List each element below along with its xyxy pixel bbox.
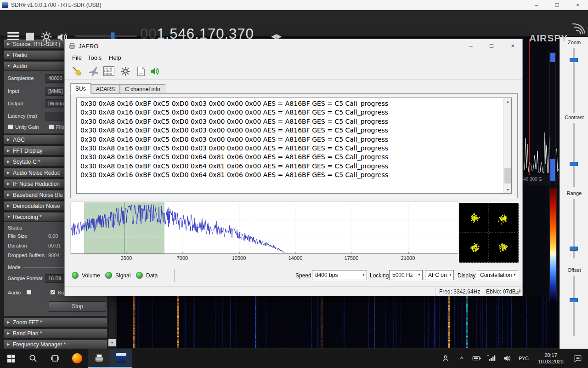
locking-select[interactable]: 5000 Hz ▾ <box>389 270 423 280</box>
data-led <box>136 272 143 279</box>
close-icon[interactable]: × <box>567 0 588 10</box>
tray-chevron-button[interactable]: ^ <box>456 349 468 368</box>
dropped-buffers-value: 9004 <box>48 253 59 258</box>
panel-band-plan[interactable]: ▶Band Plan * <box>4 328 107 338</box>
battery-tray-button[interactable] <box>470 349 483 368</box>
taskbar: ^ * РУС <box>0 349 588 368</box>
zoom-slider-thumb[interactable] <box>570 58 578 62</box>
audio-output-button[interactable] <box>148 65 161 77</box>
latency-label: Latency (ms) <box>8 113 37 119</box>
resize-grip[interactable] <box>519 293 520 294</box>
display-select[interactable]: Constellation ▾ <box>477 270 518 280</box>
jaero-spectrum[interactable] <box>70 201 458 254</box>
offset-slider[interactable] <box>573 276 575 336</box>
network-icon: * <box>486 353 497 363</box>
menu-help[interactable]: Help <box>105 53 125 63</box>
spectrum-zoom-bar[interactable] <box>549 52 556 185</box>
volume-slider[interactable] <box>75 35 137 37</box>
su-log-textarea[interactable]: 0x30 0xA8 0x16 0xBF 0xC5 0xD0 0x03 0x00 … <box>76 98 512 194</box>
document-icon <box>137 67 145 76</box>
stop-button[interactable] <box>26 33 34 40</box>
scroll-down-icon[interactable]: ▼ <box>504 186 512 193</box>
samplerate-label: Samplerate <box>8 75 34 81</box>
minimize-icon[interactable]: – <box>526 0 547 10</box>
waterfall-display[interactable] <box>117 296 559 348</box>
zoom-bar-handle[interactable] <box>550 53 555 62</box>
chevron-right-icon: ▶ <box>7 342 13 346</box>
tab-acars[interactable]: ACARS <box>91 84 120 94</box>
menu-file[interactable]: File <box>68 53 85 63</box>
network-tray-button[interactable]: * <box>485 349 498 368</box>
scroll-up-icon[interactable]: ▲ <box>504 98 512 105</box>
clear-log-button[interactable] <box>71 65 83 77</box>
start-button[interactable] <box>0 349 22 368</box>
task-view-button[interactable] <box>44 349 66 368</box>
taskbar-search-button[interactable] <box>22 349 44 368</box>
jaero-tabbar: SUsACARSC channel info <box>70 83 165 94</box>
close-icon[interactable]: × <box>506 40 519 52</box>
speed-select[interactable]: 8400 bps ▾ <box>312 270 367 280</box>
chevron-right-icon: ▶ <box>7 193 13 197</box>
tab-c-channel-info[interactable]: C channel info <box>120 84 165 94</box>
search-icon <box>28 354 38 363</box>
panel-zoom-fft[interactable]: ▶Zoom FFT * <box>4 317 107 327</box>
filter-audio-checkbox[interactable] <box>49 124 54 130</box>
jaero-taskbar-button[interactable] <box>88 349 110 368</box>
sdrsharp-titlebar[interactable]: SDR# v1.0.0.1700 - RTL-SDR (USB) – □ × <box>0 0 588 10</box>
contrast-slider-thumb[interactable] <box>570 162 578 166</box>
svg-text:*: * <box>487 354 489 358</box>
maximize-icon[interactable]: □ <box>485 40 498 52</box>
settings-button[interactable] <box>40 31 52 45</box>
planes-window-button[interactable] <box>87 65 99 77</box>
recording-stop-button[interactable]: Stop <box>49 301 106 312</box>
jaero-settings-button[interactable] <box>119 65 131 77</box>
broom-icon <box>72 66 83 77</box>
chevron-right-icon: ▶ <box>7 204 13 208</box>
clock-time: 20:17 <box>538 352 563 358</box>
maximize-icon[interactable]: □ <box>547 0 567 10</box>
audio-checkbox[interactable] <box>26 289 32 295</box>
locking-label: Locking <box>370 272 389 279</box>
people-tray-button[interactable] <box>437 349 454 368</box>
language-indicator[interactable]: РУС <box>515 349 532 368</box>
panel-label: Radio <box>13 52 27 58</box>
chevron-down-icon: ▾ <box>418 272 420 277</box>
panel-label: Baseband Noise Bla <box>13 192 63 198</box>
volume-tray-button[interactable] <box>501 349 514 368</box>
log-to-file-button[interactable] <box>135 65 147 77</box>
contrast-slider[interactable] <box>573 123 575 187</box>
offset-slider-thumb[interactable] <box>570 298 578 302</box>
scroll-down-icon[interactable]: ▼ <box>108 339 116 346</box>
binary-output-button[interactable]: 101100 010011 101001 <box>102 65 115 77</box>
axis-tick-label: 10500 <box>227 255 250 261</box>
menu-tools[interactable]: Tools <box>84 53 105 63</box>
chevron-down-icon: ▾ <box>449 272 452 277</box>
sdrsharp-taskbar-button[interactable] <box>110 349 132 368</box>
firefox-taskbar-button[interactable] <box>66 349 88 368</box>
afc-select[interactable]: AFC on ▾ <box>425 270 454 280</box>
action-center-button[interactable] <box>569 349 587 368</box>
range-slider-thumb[interactable] <box>570 247 578 251</box>
log-scrollbar[interactable]: ▲ ▼ <box>503 98 511 193</box>
tab-sus[interactable]: SUs <box>70 83 91 94</box>
audio-check-label: Audio <box>8 290 21 295</box>
log-scrollbar-thumb[interactable] <box>504 168 511 184</box>
chevron-down-icon: ▾ <box>514 272 516 277</box>
menu-icon[interactable] <box>7 30 19 42</box>
panel-label: Scytale-C * <box>13 159 40 165</box>
signal-led <box>105 272 112 279</box>
baseband-checkbox[interactable]: ✓ <box>50 289 56 295</box>
clock-tray[interactable]: 20:17 10.03.2020 <box>533 349 569 368</box>
unity-gain-checkbox[interactable] <box>8 124 13 130</box>
jaero-titlebar[interactable]: JAERO – □ × <box>65 39 522 53</box>
input-label: Input <box>8 88 19 94</box>
panel-frequency-manager[interactable]: ▶Frequency Manager * <box>4 339 107 349</box>
sdrsharp-toolbar: 001.546.170.370 ◀ ▶ AIRSPY <box>0 10 588 37</box>
panel-label: Recording * <box>13 214 42 220</box>
duration-value: 00:01 <box>48 243 61 248</box>
panel-label: Zoom FFT * <box>13 319 42 326</box>
data-led-label: Data <box>146 272 158 279</box>
zoom-bar-handle[interactable] <box>550 159 555 181</box>
panel-label: Frequency Manager * <box>13 341 66 348</box>
minimize-icon[interactable]: – <box>464 40 477 52</box>
